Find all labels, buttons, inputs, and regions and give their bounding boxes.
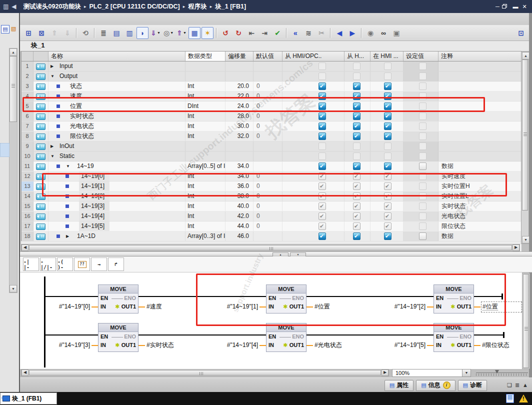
- default-value-cell[interactable]: 0: [254, 92, 282, 101]
- accessible-from-hmi-checkbox[interactable]: [318, 232, 326, 240]
- scroll-left-icon[interactable]: ◀: [22, 370, 28, 376]
- visible-in-hmi-checkbox[interactable]: [384, 232, 392, 240]
- delete-row-icon[interactable]: ⊠: [36, 27, 48, 39]
- chevron-down-icon[interactable]: ▼: [462, 370, 470, 376]
- variable-name-cell[interactable]: 光电状态: [48, 122, 186, 131]
- contact-nc-icon[interactable]: -|/|-: [40, 258, 56, 271]
- writable-from-hmi-checkbox[interactable]: [353, 162, 360, 170]
- monitor-goggles-icon[interactable]: ∞: [378, 27, 390, 39]
- add-output-star-icon[interactable]: ✱: [115, 342, 120, 348]
- table-row[interactable]: 9▶InOut: [22, 142, 522, 152]
- data-type-cell[interactable]: Int: [186, 202, 226, 211]
- default-value-cell[interactable]: 0: [254, 212, 282, 221]
- scroll-down-icon[interactable]: ▼: [522, 236, 530, 244]
- default-value-cell[interactable]: 0: [254, 102, 282, 111]
- move-block[interactable]: MOVEENENOINOUT1✱: [98, 323, 138, 352]
- pin-en[interactable]: EN: [436, 295, 444, 301]
- table-row[interactable]: 11▼14~19Array[0..5] of Int34.0数据: [22, 162, 522, 172]
- data-type-cell[interactable]: Int: [186, 122, 226, 131]
- variable-name-cell[interactable]: 14~19[4]: [48, 212, 186, 221]
- open-editor-tab[interactable]: 块_1 (FB1): [0, 392, 57, 404]
- add-output-star-icon[interactable]: ✱: [450, 304, 455, 310]
- comment-cell[interactable]: [438, 92, 522, 101]
- variable-name-cell[interactable]: ▶Input: [48, 62, 186, 71]
- comment-cell[interactable]: [438, 62, 522, 71]
- default-value-cell[interactable]: 0: [254, 82, 282, 91]
- side-panel-selected-cell[interactable]: [0, 143, 10, 157]
- input-operand[interactable]: #"14~19"[1]: [206, 303, 258, 310]
- writable-from-hmi-checkbox[interactable]: [353, 92, 360, 100]
- table-row[interactable]: 1714~19[5]Int44.00限位状态: [22, 222, 522, 232]
- data-type-cell[interactable]: Int: [186, 112, 226, 121]
- properties-tab[interactable]: ▤属性: [384, 380, 414, 391]
- zoom-slider[interactable]: [476, 370, 528, 376]
- forward-icon[interactable]: ▶: [346, 27, 358, 39]
- column-header[interactable]: 偏移量: [226, 52, 254, 61]
- accessible-from-hmi-checkbox[interactable]: [318, 212, 326, 220]
- list-pane-icon[interactable]: ≣: [515, 382, 520, 388]
- data-retention-icon[interactable]: ▣: [390, 27, 402, 39]
- default-value-cell[interactable]: [254, 142, 282, 151]
- default-value-cell[interactable]: [254, 62, 282, 71]
- load-values-online-icon[interactable]: ⇥: [258, 27, 270, 39]
- editor-windows-icon[interactable]: ⊡: [515, 27, 527, 39]
- contact-no-icon[interactable]: -| |-: [23, 258, 39, 271]
- column-header[interactable]: 设定值: [404, 52, 438, 61]
- writable-from-hmi-checkbox[interactable]: [353, 192, 360, 200]
- output-operand[interactable]: #光电状态: [314, 342, 342, 349]
- variable-name-cell[interactable]: ▶1A~1D: [48, 232, 186, 241]
- add-output-star-icon[interactable]: ✱: [283, 304, 288, 310]
- data-type-cell[interactable]: Int: [186, 192, 226, 201]
- table-editor-icon[interactable]: [506, 394, 514, 403]
- variable-name-cell[interactable]: 实时状态: [48, 112, 186, 121]
- variable-name-cell[interactable]: 状态: [48, 82, 186, 91]
- pin-eno[interactable]: ENO: [292, 295, 304, 301]
- visible-in-hmi-checkbox[interactable]: [384, 92, 392, 100]
- move-block[interactable]: MOVEENENOINOUT1✱: [434, 323, 474, 352]
- reset-start-values-icon[interactable]: ↻: [232, 27, 244, 39]
- visible-in-hmi-checkbox[interactable]: [384, 212, 392, 220]
- column-header[interactable]: 从 H...: [344, 52, 370, 61]
- ladder-horizontal-scrollbar[interactable]: ◀ ▶: [21, 369, 389, 376]
- table-row[interactable]: 2▼Output: [22, 72, 522, 82]
- writable-from-hmi-checkbox[interactable]: [353, 82, 360, 90]
- discard-changes-icon[interactable]: ↺: [220, 27, 232, 39]
- column-header[interactable]: 默认值: [254, 52, 282, 61]
- close-branch-icon[interactable]: ↱: [108, 258, 124, 271]
- scrollbar-thumb[interactable]: [523, 274, 529, 368]
- keep-actual-values-icon[interactable]: ⟲: [80, 27, 92, 39]
- breadcrumb-item[interactable]: 测试读头0920功能块: [24, 2, 81, 11]
- panel-chart-icon[interactable]: ▧: [10, 25, 18, 32]
- writable-from-hmi-checkbox[interactable]: [353, 172, 360, 180]
- header-spacer[interactable]: [22, 52, 34, 61]
- data-type-cell[interactable]: [186, 142, 226, 151]
- data-type-cell[interactable]: Array[0..5] of Int: [186, 162, 226, 171]
- insert-row-icon[interactable]: ⊞: [22, 27, 34, 39]
- variable-name-cell[interactable]: ▼Static: [48, 152, 186, 161]
- comment-cell[interactable]: 数据: [438, 162, 522, 171]
- default-value-cell[interactable]: 0: [254, 202, 282, 211]
- writable-from-hmi-checkbox[interactable]: [353, 182, 360, 190]
- output-operand[interactable]: #速度: [146, 303, 162, 310]
- accessible-from-hmi-checkbox[interactable]: [318, 192, 326, 200]
- visible-in-hmi-checkbox[interactable]: [384, 172, 392, 180]
- pin-in[interactable]: IN: [268, 304, 274, 310]
- variable-name-cell[interactable]: 14~19[2]: [48, 192, 186, 201]
- pin-out[interactable]: OUT1: [122, 304, 136, 310]
- accessible-from-hmi-checkbox[interactable]: [318, 112, 326, 120]
- pin-eno[interactable]: ENO: [292, 334, 304, 340]
- comment-cell[interactable]: [438, 102, 522, 111]
- pin-en[interactable]: EN: [268, 334, 276, 340]
- data-type-cell[interactable]: Int: [186, 182, 226, 191]
- pin-eno[interactable]: ENO: [124, 334, 136, 340]
- visible-in-hmi-checkbox[interactable]: [384, 192, 392, 200]
- input-operand[interactable]: #"14~19"[4]: [206, 342, 258, 349]
- scroll-down-icon[interactable]: ▼: [10, 285, 17, 292]
- pin-en[interactable]: EN: [268, 295, 276, 301]
- accessible-from-hmi-checkbox[interactable]: [318, 222, 326, 230]
- scroll-up-icon[interactable]: ▲: [522, 52, 530, 60]
- scroll-left-icon[interactable]: ◀: [22, 244, 28, 251]
- pane-splitter[interactable]: ▲ ▼: [20, 252, 532, 256]
- collapse-arrow-icon[interactable]: ◀: [12, 3, 16, 10]
- default-value-cell[interactable]: 0: [254, 182, 282, 191]
